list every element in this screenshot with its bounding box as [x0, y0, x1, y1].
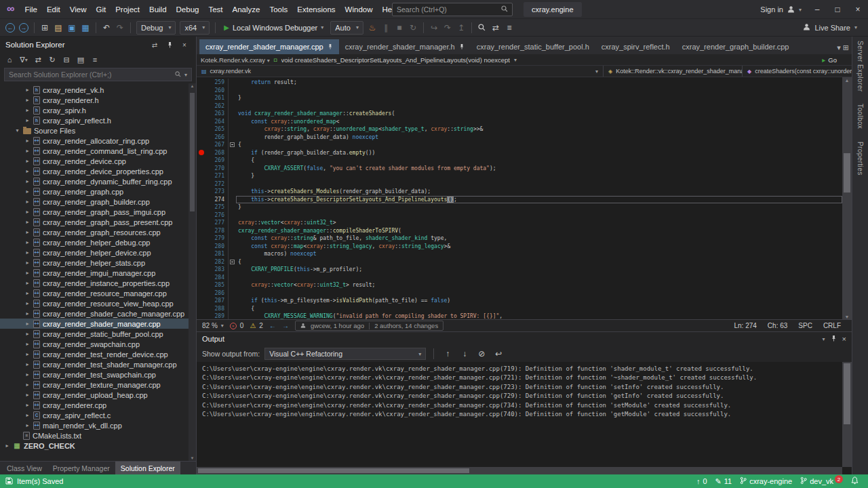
tree-item[interactable]: ▸ ++ cxray_render_allocator_ring.cpp: [0, 136, 196, 146]
editor-vertical-scrollbar[interactable]: ▲ ▼: [842, 77, 852, 319]
expand-arrow-icon[interactable]: ▸: [24, 412, 31, 418]
expand-arrow-icon[interactable]: ▸: [24, 249, 31, 256]
tree-item[interactable]: ▸ ++ cxray_render_instance_properties.cp…: [0, 278, 196, 288]
hot-reload-mode-dropdown[interactable]: Auto▾: [330, 21, 363, 35]
fold-margin[interactable]: [228, 134, 236, 142]
tree-item[interactable]: ▸ ++ cxray_render_test_shader_manager.cp…: [0, 359, 196, 369]
line-ending-indicator[interactable]: CRLF: [823, 322, 841, 329]
breakpoint-margin[interactable]: [197, 127, 206, 132]
menu-debug[interactable]: Debug: [172, 1, 204, 18]
solution-explorer-scrollbar[interactable]: ▲ ▼: [189, 83, 196, 461]
git-blame-widget[interactable]: gwcew, 1 hour ago 2 authors, 14 changes: [295, 321, 443, 331]
breakpoint-margin[interactable]: [197, 298, 206, 304]
notifications-bell-button[interactable]: [851, 476, 859, 486]
breakpoint-margin[interactable]: [197, 134, 206, 140]
zoom-dropdown[interactable]: 82 % ▾: [202, 322, 224, 329]
expand-arrow-icon[interactable]: ▸: [24, 209, 31, 215]
expand-arrow-icon[interactable]: ▸: [24, 422, 31, 428]
fold-margin[interactable]: [228, 141, 236, 149]
code-text[interactable]: if (render_graph_builder_data.empty()): [236, 149, 842, 157]
restart-icon[interactable]: ↻: [407, 21, 419, 35]
tree-item[interactable]: ▸ h cxray_renderer.h: [0, 95, 196, 105]
breakpoint-margin[interactable]: [197, 290, 206, 296]
breakpoint-margin[interactable]: [197, 267, 206, 272]
fold-margin[interactable]: [228, 196, 236, 204]
fold-margin[interactable]: [228, 297, 236, 305]
menu-view[interactable]: View: [65, 1, 92, 18]
tree-item[interactable]: ▸ ▦ ZERO_CHECK: [0, 441, 196, 451]
fold-margin[interactable]: [228, 172, 236, 180]
breakpoint-margin[interactable]: [197, 142, 206, 148]
fold-margin[interactable]: [228, 266, 236, 274]
output-vertical-scrollbar[interactable]: [842, 362, 852, 467]
navigate-backward-icon[interactable]: ←: [5, 23, 15, 33]
show-all-files-icon[interactable]: ▤: [74, 54, 87, 66]
chevron-down-icon[interactable]: ▾: [823, 336, 825, 342]
code-surface[interactable]: 259 return result; 260 261: [197, 77, 842, 319]
code-text[interactable]: CXRAY_ASSERT(false, "you can't create sh…: [236, 165, 842, 173]
tree-item[interactable]: ▸ ++ cxray_render_test_render_device.cpp: [0, 349, 196, 359]
breakpoint-margin[interactable]: [197, 189, 206, 195]
expand-arrow-icon[interactable]: ▸: [24, 331, 31, 337]
breakpoint-margin[interactable]: [197, 103, 206, 108]
code-text[interactable]: {: [236, 258, 842, 266]
expand-arrow-icon[interactable]: ▸: [4, 443, 10, 449]
expand-arrow-icon[interactable]: ▸: [24, 321, 31, 327]
code-text[interactable]: {: [236, 141, 842, 149]
code-text[interactable]: this->createShaders_Modules(render_graph…: [236, 188, 842, 196]
save-icon[interactable]: ▣: [66, 21, 78, 35]
step-out-icon[interactable]: ↥: [455, 21, 467, 35]
solution-platforms-dropdown[interactable]: x64▾: [180, 21, 210, 35]
menu-project[interactable]: Project: [111, 1, 144, 18]
tree-item[interactable]: ≡ CMakeLists.txt: [0, 430, 196, 441]
expand-arrow-icon[interactable]: ▸: [24, 229, 31, 235]
code-text[interactable]: macros) noexcept: [236, 250, 842, 258]
tree-item[interactable]: ▸ ++ cxray_render_upload_heap.cpp: [0, 390, 196, 400]
code-text[interactable]: cxray::vector<cxray::uint32_t> result;: [236, 281, 842, 289]
tree-item[interactable]: ▸ ++ cxray_render_swapchain.cpp: [0, 339, 196, 349]
collapse-all-icon[interactable]: ⊟: [60, 54, 73, 66]
breakpoint-margin[interactable]: [197, 96, 206, 101]
breakpoint-margin[interactable]: [197, 228, 206, 233]
code-text[interactable]: {: [236, 305, 842, 313]
toggle-views-icon[interactable]: ⇄: [149, 39, 161, 50]
code-text[interactable]: if (this->m_p_filesystem->isValidPath(pa…: [236, 297, 842, 305]
step-over-icon[interactable]: ↷: [441, 21, 454, 35]
expand-arrow-icon[interactable]: ▸: [24, 168, 31, 174]
breakpoint-margin[interactable]: [197, 274, 206, 280]
navigate-forward-icon[interactable]: →: [282, 322, 289, 329]
close-icon[interactable]: ×: [842, 335, 846, 343]
tree-item[interactable]: ▸ ++ cxray_render_helper_stats.cpp: [0, 258, 196, 268]
expand-arrow-icon[interactable]: ▸: [24, 402, 31, 408]
tree-item[interactable]: ▸ ++ cxray_render_shader_cache_manager.c…: [0, 308, 196, 319]
tree-item[interactable]: ▸ C cxray_spirv_reflect.c: [0, 410, 196, 420]
expand-arrow-icon[interactable]: ▸: [24, 371, 31, 378]
scope-dropdown[interactable]: Kotek.Render.vk.cxray ▾: [201, 56, 270, 64]
tree-item[interactable]: ▸ ++ cxray_render_graph_builder.cpp: [0, 197, 196, 207]
expand-arrow-icon[interactable]: ▸: [24, 270, 31, 276]
navigate-forward-icon[interactable]: →: [19, 23, 28, 33]
pin-icon[interactable]: [328, 44, 333, 49]
breakpoint-margin[interactable]: [197, 165, 206, 171]
scrollbar-thumb[interactable]: [844, 153, 850, 192]
live-share-button[interactable]: Live Share ▾: [803, 23, 864, 32]
code-text[interactable]: return result;: [236, 79, 842, 87]
repository-button[interactable]: cxray-engine: [740, 476, 792, 486]
expand-arrow-icon[interactable]: ▸: [24, 361, 31, 367]
fold-marker-icon[interactable]: [230, 142, 235, 147]
breakpoint-margin[interactable]: [197, 119, 206, 124]
signature-dropdown[interactable]: void createShaders_DescriptorSetLayouts_…: [281, 56, 510, 64]
fold-margin[interactable]: [228, 211, 236, 220]
breakpoint-margin[interactable]: [197, 158, 206, 163]
expand-arrow-icon[interactable]: ▸: [24, 138, 31, 144]
window-layout-icon[interactable]: ⊞: [843, 43, 849, 52]
save-all-icon[interactable]: ▦: [79, 21, 92, 35]
open-file-icon[interactable]: ▤: [52, 21, 64, 35]
tree-item[interactable]: ▸ ++ cxray_render_shader_manager.cpp: [0, 319, 196, 329]
editor-tab-cxray_spirv_reflect.h[interactable]: cxray_spirv_reflect.h: [595, 39, 676, 54]
output-source-dropdown[interactable]: Visual C++ Refactoring ▾: [264, 348, 426, 360]
tree-item[interactable]: ▸ ++ main_render_vk_dll.cpp: [0, 420, 196, 430]
expand-arrow-icon[interactable]: ▸: [24, 158, 31, 164]
go-button[interactable]: ▸ Go: [822, 56, 848, 64]
fold-margin[interactable]: [228, 94, 236, 102]
